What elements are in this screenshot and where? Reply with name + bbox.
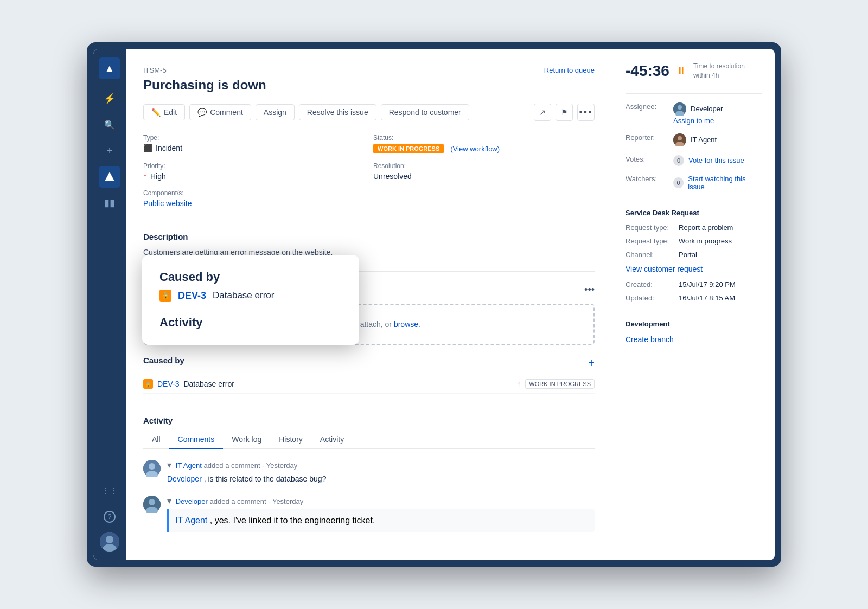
comment-author-1: IT Agent <box>176 461 202 470</box>
service-desk-title: Service Desk Request <box>626 209 762 217</box>
reporter-field: Reporter: IT Agent <box>626 133 762 146</box>
activity-section: Activity All Comments Work log History A… <box>143 416 595 532</box>
view-workflow-link[interactable]: (View workflow) <box>450 145 500 153</box>
updated-row: Updated: 16/Jul/17 8:15 AM <box>626 294 762 302</box>
assignee-avatar <box>673 102 686 116</box>
comment-icon: 💬 <box>197 108 207 117</box>
request-type-row-2: Request type: Work in progress <box>626 237 762 245</box>
issue-sidebar: -45:36 ⏸ Time to resolution within 4h As… <box>612 49 775 560</box>
vote-link[interactable]: Vote for this issue <box>688 156 744 164</box>
components-field: Component/s: Public website <box>143 189 365 208</box>
watch-link[interactable]: Start watching this issue <box>688 175 762 191</box>
comment-button[interactable]: 💬 Comment <box>189 104 251 120</box>
svg-point-5 <box>149 463 155 470</box>
return-to-queue-link[interactable]: Return to queue <box>544 66 595 74</box>
caused-by-status-badge: WORK IN PROGRESS <box>525 379 595 389</box>
help-icon: ? <box>104 511 116 523</box>
assign-to-me-link[interactable]: Assign to me <box>673 117 723 125</box>
timer-pause-icon[interactable]: ⏸ <box>676 65 687 77</box>
components-link[interactable]: Public website <box>143 199 365 208</box>
browse-link[interactable]: browse. <box>394 320 420 329</box>
comment-item-2: ▾ Developer added a comment - Yesterday … <box>143 496 595 532</box>
tab-worklog[interactable]: Work log <box>223 431 270 449</box>
logo[interactable]: ▲ <box>99 57 120 79</box>
avatar-image <box>100 532 119 552</box>
comment-collapse-1[interactable]: ▾ <box>167 460 171 470</box>
app-icon <box>104 171 116 183</box>
issue-id: ITSM-5 <box>143 66 266 74</box>
tab-all[interactable]: All <box>143 431 169 449</box>
flag-icon: ⚑ <box>561 108 568 117</box>
comment-mention-1[interactable]: Developer <box>167 475 202 483</box>
timer-section: -45:36 ⏸ Time to resolution within 4h <box>626 62 762 80</box>
comment-collapse-2[interactable]: ▾ <box>167 496 171 505</box>
fields-grid: Type: ⬛ Incident Status: WORK IN PROGRES… <box>143 134 595 208</box>
caused-by-priority-icon: ↑ <box>517 380 521 388</box>
sidebar-create[interactable]: + <box>99 140 120 162</box>
tab-history[interactable]: History <box>270 431 311 449</box>
board-icon: ▮▮ <box>104 197 115 209</box>
svg-point-14 <box>678 136 682 140</box>
assign-button[interactable]: Assign <box>256 104 295 120</box>
lock-icon: 🔒 <box>143 379 153 389</box>
view-customer-request-link[interactable]: View customer request <box>626 265 703 273</box>
caused-by-dev-link[interactable]: DEV-3 <box>157 380 179 388</box>
comment-item: ▾ IT Agent added a comment - Yesterday D… <box>143 460 595 485</box>
sidebar-board[interactable]: ▮▮ <box>99 192 120 214</box>
edit-icon: ✏️ <box>151 108 161 117</box>
edit-button[interactable]: ✏️ Edit <box>143 104 185 120</box>
type-field: Type: ⬛ Incident <box>143 134 365 153</box>
votes-count: 0 <box>673 155 684 166</box>
popup-overlay: Caused by 🔒 DEV-3 Database error Activit… <box>142 255 359 345</box>
svg-marker-0 <box>105 172 114 181</box>
logo-icon: ▲ <box>104 62 115 75</box>
respond-button[interactable]: Respond to customer <box>381 104 469 120</box>
sidebar-grid[interactable]: ⋮⋮ <box>99 480 120 502</box>
priority-icon: ↑ <box>143 172 147 181</box>
caused-by-add-button[interactable]: + <box>588 357 595 369</box>
timer-value: -45:36 <box>626 62 669 80</box>
popup-activity-title: Activity <box>159 316 342 330</box>
activity-tabs: All Comments Work log History Activity <box>143 431 595 449</box>
main-content: ITSM-5 Purchasing is down Return to queu… <box>126 49 775 560</box>
resolve-button[interactable]: Resolve this issue <box>299 104 376 120</box>
created-row: Created: 15/Jul/17 9:20 PM <box>626 280 762 289</box>
search-icon: 🔍 <box>104 120 115 130</box>
assignee-field: Assignee: Developer Assign to me <box>626 102 762 125</box>
votes-field: Votes: 0 Vote for this issue <box>626 155 762 166</box>
request-type-row-1: Request type: Report a problem <box>626 223 762 232</box>
lightning-icon: ⚡ <box>104 93 116 105</box>
tab-comments[interactable]: Comments <box>169 431 224 449</box>
comment-mention-2[interactable]: IT Agent <box>175 516 207 525</box>
flag-button[interactable]: ⚑ <box>556 104 573 121</box>
watchers-field: Watchers: 0 Start watching this issue <box>626 175 762 191</box>
tab-activity[interactable]: Activity <box>311 431 353 449</box>
watchers-count: 0 <box>673 177 684 188</box>
attachments-more-icon[interactable]: ••• <box>584 284 595 296</box>
svg-point-2 <box>106 536 113 543</box>
share-button[interactable]: ↗ <box>534 104 551 121</box>
plus-icon: + <box>106 145 113 157</box>
caused-by-item: 🔒 DEV-3 Database error ↑ WORK IN PROGRES… <box>143 375 595 394</box>
commenter-avatar-2 <box>143 496 161 513</box>
sidebar-lightning[interactable]: ⚡ <box>99 88 120 110</box>
commenter-avatar-1 <box>143 460 161 477</box>
share-icon: ↗ <box>539 108 546 117</box>
caused-by-title: Caused by <box>143 356 184 365</box>
issue-title: Purchasing is down <box>143 78 266 93</box>
sidebar-app[interactable] <box>99 166 120 188</box>
status-field: Status: WORK IN PROGRESS (View workflow) <box>373 134 595 153</box>
popup-item: 🔒 DEV-3 Database error <box>159 284 342 307</box>
description-title: Description <box>143 232 595 241</box>
comment-author-2: Developer <box>176 497 208 505</box>
activity-title: Activity <box>143 416 595 425</box>
more-button[interactable]: ••• <box>577 104 595 121</box>
sidebar-search[interactable]: 🔍 <box>99 114 120 136</box>
caused-by-section: Caused by + 🔒 DEV-3 Database error <box>143 356 595 394</box>
popup-dev-link[interactable]: DEV-3 <box>178 290 206 302</box>
svg-point-11 <box>678 105 682 110</box>
sidebar-help[interactable]: ? <box>99 506 120 528</box>
status-badge: WORK IN PROGRESS <box>373 144 444 153</box>
user-avatar[interactable] <box>100 532 119 552</box>
create-branch-link[interactable]: Create branch <box>626 335 674 344</box>
